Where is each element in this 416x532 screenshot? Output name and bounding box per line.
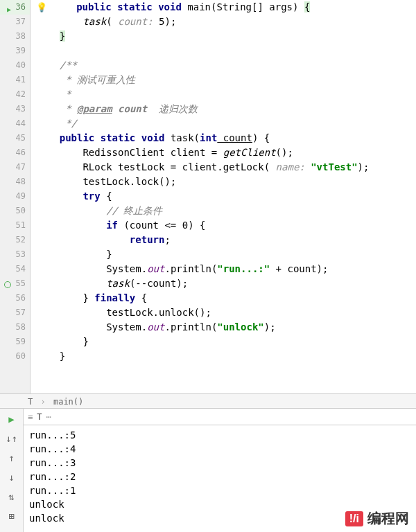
code-line[interactable]: } bbox=[36, 247, 416, 262]
filter-icon[interactable]: ⇅ bbox=[6, 490, 18, 503]
up-icon[interactable]: ↑ bbox=[6, 452, 18, 464]
gutter-line[interactable]: 43 bbox=[0, 102, 30, 116]
code-line[interactable]: 💡 public static void main(String[] args)… bbox=[36, 0, 416, 15]
gutter-line[interactable]: 45 bbox=[0, 131, 30, 145]
editor-area: ▶ 36 37 38 39 40 41 42 43 44 45 46 47 48… bbox=[0, 0, 416, 393]
console-line: run...:2 bbox=[29, 470, 410, 484]
gutter-line[interactable]: 58 bbox=[0, 320, 30, 335]
console-line: run...:1 bbox=[29, 484, 410, 497]
breadcrumb-method[interactable]: main() bbox=[53, 397, 83, 407]
gutter-line[interactable]: ▶ 36 bbox=[0, 0, 30, 15]
recursive-gutter-icon[interactable] bbox=[1, 278, 11, 288]
console-tab-row: ≡ T ⋯ bbox=[24, 409, 416, 425]
gutter-line[interactable]: 53 bbox=[0, 247, 30, 262]
code-line[interactable]: return; bbox=[36, 233, 416, 247]
gutter-line[interactable]: 37 bbox=[0, 15, 30, 29]
gutter-line[interactable]: 52 bbox=[0, 233, 30, 247]
gutter-line[interactable]: 41 bbox=[0, 73, 30, 87]
gutter-line[interactable]: 60 bbox=[0, 349, 30, 364]
run-gutter-icon[interactable]: ▶ bbox=[1, 2, 11, 12]
code-line[interactable]: } bbox=[36, 349, 416, 364]
gutter-line[interactable]: 57 bbox=[0, 305, 30, 320]
gutter-line[interactable]: 42 bbox=[0, 87, 30, 102]
breadcrumb-class[interactable]: T bbox=[28, 397, 33, 407]
gutter-line[interactable]: 50 bbox=[0, 204, 30, 218]
breadcrumb[interactable]: T › main() bbox=[0, 393, 416, 409]
code-line[interactable]: task( count: 5); bbox=[36, 15, 416, 29]
gutter-line[interactable]: 47 bbox=[0, 160, 30, 175]
gutter-line[interactable]: 55 bbox=[0, 276, 30, 291]
code-line[interactable]: } bbox=[36, 335, 416, 349]
watermark: !/i 编程网 bbox=[345, 509, 409, 528]
code-area[interactable]: 💡 public static void main(String[] args)… bbox=[31, 0, 416, 393]
code-line[interactable]: } finally { bbox=[36, 291, 416, 305]
code-line[interactable]: testLock.unlock(); bbox=[36, 305, 416, 320]
code-line[interactable]: * 测试可重入性 bbox=[36, 73, 416, 87]
console-tab[interactable]: T bbox=[37, 409, 42, 425]
gutter-line[interactable]: 54 bbox=[0, 262, 30, 276]
console-line: run...:4 bbox=[29, 442, 410, 456]
gutter-line[interactable]: 48 bbox=[0, 175, 30, 189]
gutter-line[interactable]: 40 bbox=[0, 58, 30, 73]
gutter-line[interactable]: 46 bbox=[0, 145, 30, 160]
console-tab-icon: ≡ bbox=[28, 409, 33, 425]
code-line[interactable]: // 终止条件 bbox=[36, 204, 416, 218]
close-tab-icon[interactable]: ⋯ bbox=[46, 409, 51, 425]
code-line[interactable]: public static void task(int count) { bbox=[36, 131, 416, 145]
code-line[interactable]: testLock.lock(); bbox=[36, 175, 416, 189]
code-line[interactable]: */ bbox=[36, 116, 416, 131]
console-toolbar: ▶ ↓↑ ↑ ↓ ⇅ ⊞ bbox=[0, 409, 24, 532]
gutter-line[interactable]: 51 bbox=[0, 218, 30, 233]
watermark-text: 编程网 bbox=[367, 509, 409, 528]
console-line: run...:3 bbox=[29, 456, 410, 470]
gutter-line[interactable]: 49 bbox=[0, 189, 30, 204]
code-line[interactable]: * @param count 递归次数 bbox=[36, 102, 416, 116]
stop-icon[interactable]: ↓↑ bbox=[6, 432, 18, 445]
code-line[interactable]: } bbox=[36, 29, 416, 44]
code-line[interactable]: if (count <= 0) { bbox=[36, 218, 416, 233]
code-line[interactable]: RedissonClient client = getClient(); bbox=[36, 145, 416, 160]
gutter-line[interactable]: 56 bbox=[0, 291, 30, 305]
down-icon[interactable]: ↓ bbox=[6, 471, 18, 484]
code-line[interactable]: RLock testLock = client.getLock( name: "… bbox=[36, 160, 416, 175]
code-line[interactable]: /** bbox=[36, 58, 416, 73]
chevron-right-icon: › bbox=[40, 397, 45, 407]
gutter-line[interactable]: 38 bbox=[0, 29, 30, 44]
code-line[interactable]: System.out.println("unlock"); bbox=[36, 320, 416, 335]
code-line[interactable] bbox=[36, 44, 416, 58]
bulb-icon[interactable]: 💡 bbox=[36, 2, 47, 12]
console-line: run...:5 bbox=[29, 428, 410, 442]
code-line[interactable]: System.out.println("run...:" + count); bbox=[36, 262, 416, 276]
gutter-line[interactable]: 59 bbox=[0, 335, 30, 349]
gutter-line[interactable]: 44 bbox=[0, 116, 30, 131]
code-line[interactable]: task(--count); bbox=[36, 276, 416, 291]
code-line[interactable]: try { bbox=[36, 189, 416, 204]
code-line[interactable]: * bbox=[36, 87, 416, 102]
rerun-icon[interactable]: ▶ bbox=[6, 413, 18, 425]
gutter-line[interactable]: 39 bbox=[0, 44, 30, 58]
layout-icon[interactable]: ⊞ bbox=[6, 510, 18, 522]
watermark-logo-icon: !/i bbox=[345, 511, 363, 526]
gutter: ▶ 36 37 38 39 40 41 42 43 44 45 46 47 48… bbox=[0, 0, 31, 393]
